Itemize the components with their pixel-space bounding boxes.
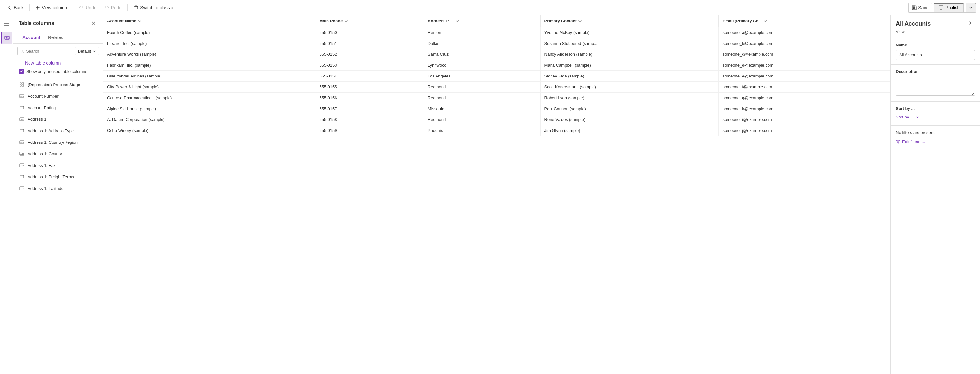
tab-related[interactable]: Related <box>44 33 67 43</box>
search-input[interactable] <box>26 49 69 54</box>
plus-icon <box>36 5 40 10</box>
back-icon <box>7 5 12 10</box>
nav-menu-icon[interactable] <box>1 18 13 30</box>
list-item[interactable]: abc Address 1 <box>13 113 103 125</box>
table-row[interactable]: Alpine Ski House (sample)555-0157Missoul… <box>103 103 890 114</box>
svg-text:abc: abc <box>21 119 24 121</box>
table-cell: someone_d@example.com <box>719 60 890 71</box>
table-row[interactable]: Litware, Inc. (sample)555-0151DallasSusa… <box>103 38 890 49</box>
table-row[interactable]: Adventure Works (sample)555-0152Santa Cr… <box>103 49 890 60</box>
col-resize-handle[interactable] <box>888 15 890 27</box>
rp-sort-section: Sort by ... Sort by ... <box>891 101 980 125</box>
rp-name-section: Name <box>891 38 980 65</box>
table-cell: someone_e@example.com <box>719 71 890 82</box>
table-row[interactable]: Fabrikam, Inc. (sample)555-0153LynnwoodM… <box>103 60 890 71</box>
rp-subtitle: View <box>891 29 980 38</box>
table-cell: 555-0150 <box>315 27 424 38</box>
save-icon <box>912 5 917 10</box>
table-row[interactable]: Fourth Coffee (sample)555-0150RentonYvon… <box>103 27 890 38</box>
table-cell: someone_h@example.com <box>719 103 890 114</box>
col-main-phone[interactable]: Main Phone <box>315 15 424 27</box>
table-cell: Fourth Coffee (sample) <box>103 27 315 38</box>
rp-description-textarea[interactable] <box>896 76 975 96</box>
table-cell: 555-0157 <box>315 103 424 114</box>
svg-rect-1 <box>939 6 943 9</box>
abc-small-icon: abc <box>19 116 25 122</box>
table-cell: Robert Lyon (sample) <box>540 92 719 103</box>
rp-sort-title: Sort by ... <box>896 106 975 111</box>
table-row[interactable]: A. Datum Corporation (sample)555-0158Red… <box>103 114 890 125</box>
table-row[interactable]: Contoso Pharmaceuticals (sample)555-0156… <box>103 92 890 103</box>
table-cell: Maria Campbell (sample) <box>540 60 719 71</box>
col-address[interactable]: Address 1: ... <box>424 15 540 27</box>
sort-icon <box>455 19 460 24</box>
table-cell: 555-0154 <box>315 71 424 82</box>
table-cell: Los Angeles <box>424 71 540 82</box>
col-resize-handle[interactable] <box>538 15 540 27</box>
list-item[interactable]: Abc Address 1: Fax <box>13 160 103 171</box>
panel-header: Table columns ✕ <box>13 15 103 30</box>
publish-dropdown-button[interactable] <box>966 3 976 13</box>
table-cell: someone_c@example.com <box>719 49 890 60</box>
table-cell: Lynnwood <box>424 60 540 71</box>
back-button[interactable]: Back <box>4 4 27 11</box>
table-cell: someone_b@example.com <box>719 38 890 49</box>
col-email[interactable]: Email (Primary Co... <box>719 15 890 27</box>
list-item[interactable]: (Deprecated) Process Stage <box>13 79 103 90</box>
search-icon <box>20 49 24 54</box>
col-account-name[interactable]: Account Name <box>103 15 315 27</box>
table-cell: Susanna Stubberod (samp... <box>540 38 719 49</box>
show-unused-checkbox[interactable]: Show only unused table columns <box>13 68 103 77</box>
list-item[interactable]: Abc Address 1: Country/Region <box>13 136 103 148</box>
col-resize-handle[interactable] <box>313 15 315 27</box>
table-cell: someone_f@example.com <box>719 82 890 92</box>
table-cell: Litware, Inc. (sample) <box>103 38 315 49</box>
table-cell: Paul Cannon (sample) <box>540 103 719 114</box>
box-icon <box>19 174 25 180</box>
undo-button[interactable]: Undo <box>76 4 99 11</box>
accounts-table: Account Name Main Phone <box>103 15 890 136</box>
view-column-button[interactable]: View column <box>32 4 70 11</box>
default-dropdown[interactable]: Default <box>75 47 99 55</box>
col-resize-handle[interactable] <box>717 15 719 27</box>
switch-classic-button[interactable]: Switch to classic <box>130 4 176 11</box>
list-item[interactable]: Address 1: Address Type <box>13 125 103 136</box>
sort-by-button[interactable]: Sort by ... <box>896 113 920 121</box>
table-row[interactable]: Coho Winery (sample)555-0159PhoenixJim G… <box>103 125 890 136</box>
table-cell: Redmond <box>424 92 540 103</box>
rp-name-input[interactable] <box>896 50 975 60</box>
chevron-down-icon <box>969 6 973 10</box>
list-item[interactable]: 123 Address 1: Latitude <box>13 182 103 194</box>
table-cell: Sidney Higa (sample) <box>540 71 719 82</box>
list-item[interactable]: Abc Account Number <box>13 90 103 102</box>
table-cell: Renton <box>424 27 540 38</box>
nav-rail: Abc <box>0 15 13 374</box>
table-cell: Phoenix <box>424 125 540 136</box>
table-cell: 555-0151 <box>315 38 424 49</box>
publish-button[interactable]: Publish <box>934 3 964 13</box>
list-item[interactable]: Address 1: Freight Terms <box>13 171 103 182</box>
col-primary-contact[interactable]: Primary Contact <box>540 15 719 27</box>
new-table-column-button[interactable]: New table column <box>13 59 103 68</box>
close-panel-button[interactable]: ✕ <box>89 19 98 27</box>
search-box <box>17 47 72 55</box>
tab-account[interactable]: Account <box>19 33 44 43</box>
table-cell: Contoso Pharmaceuticals (sample) <box>103 92 315 103</box>
nav-abc-icon[interactable]: Abc <box>1 32 13 44</box>
rp-expand-button[interactable] <box>966 20 975 28</box>
table-cell: Nancy Anderson (sample) <box>540 49 719 60</box>
redo-button[interactable]: Redo <box>101 4 125 11</box>
edit-filters-button[interactable]: Edit filters ... <box>896 138 925 145</box>
sort-icon <box>763 19 768 24</box>
table-row[interactable]: Blue Yonder Airlines (sample)555-0154Los… <box>103 71 890 82</box>
table-cell: Scott Konersmann (sample) <box>540 82 719 92</box>
svg-text:123: 123 <box>20 187 24 190</box>
list-item[interactable]: Abc Address 1: County <box>13 148 103 160</box>
list-item[interactable]: Account Rating <box>13 102 103 113</box>
col-resize-handle[interactable] <box>422 15 424 27</box>
svg-text:Abc: Abc <box>6 37 10 40</box>
table-cell: 555-0153 <box>315 60 424 71</box>
save-button[interactable]: Save <box>908 3 932 13</box>
svg-rect-21 <box>20 176 24 178</box>
table-row[interactable]: City Power & Light (sample)555-0155Redmo… <box>103 82 890 92</box>
